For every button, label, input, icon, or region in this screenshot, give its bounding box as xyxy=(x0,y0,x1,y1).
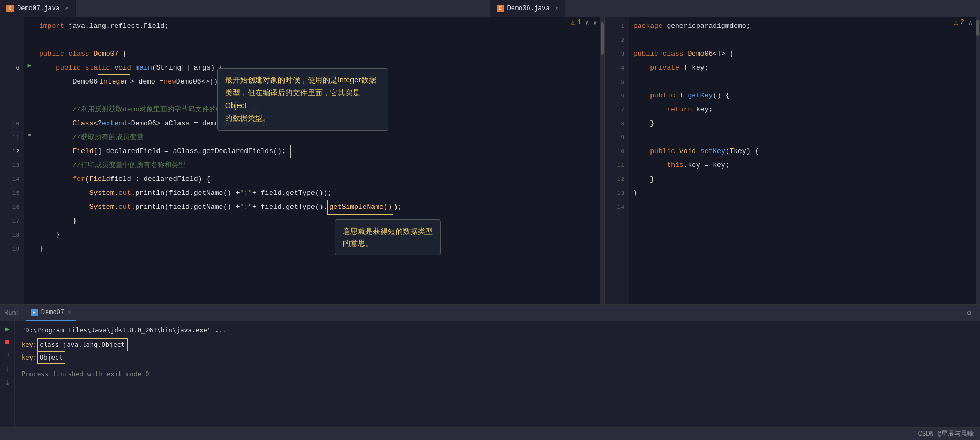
code-line-cmt2: //获取所有的成员变量 xyxy=(39,131,596,145)
console-line-command: "D:\Program Files\Java\jdk1.8.0_261\bin\… xyxy=(21,324,974,336)
console-controls: ▶ ■ ↺ ↓ ⤓ xyxy=(0,321,15,427)
left-warning-count: 1 xyxy=(577,19,581,26)
annotation-bubble-1: 最开始创建对象的时候，使用的是Integer数据 类型，但在编译后的文件里面，它… xyxy=(217,68,388,131)
console-output: "D:\Program Files\Java\jdk1.8.0_261\bin\… xyxy=(15,321,980,427)
left-editor-pane: ⚠ 1 ∧ ∨ 6 10 11 12 13 14 xyxy=(0,17,605,304)
right-line-getkey: public T getKey() { xyxy=(633,89,971,103)
watermark: CSDN @星辰与晨曦 xyxy=(918,429,974,438)
tab-demo06[interactable]: C Demo06.java × xyxy=(490,0,566,17)
tab-demo07-label: Demo07.java xyxy=(17,5,59,12)
command-text: "D:\Program Files\Java\jdk1.8.0_261\bin\… xyxy=(21,324,227,336)
console-line-output1: key:class java.lang.Object xyxy=(21,338,974,351)
java-file-icon-left: C xyxy=(6,5,14,12)
editor-area: ⚠ 1 ∧ ∨ 6 10 11 12 13 14 xyxy=(0,17,980,304)
left-nav-arrows[interactable]: ∧ ∨ xyxy=(585,19,597,27)
left-warning-bar: ⚠ 1 ∧ ∨ xyxy=(567,17,600,28)
right-code-content[interactable]: package genericparadigmdemo; public clas… xyxy=(629,17,976,304)
left-warning-icon: ⚠ xyxy=(571,18,575,27)
code-line-println2: System.out.println(field.getName() + ":"… xyxy=(39,200,596,214)
left-code-editor: 6 10 11 12 13 14 15 16 17 18 19 xyxy=(0,17,604,304)
right-line-return: return key; xyxy=(633,103,971,117)
console-line-exit: Process finished with exit code 0 xyxy=(21,368,974,380)
right-line-field: private T key; xyxy=(633,61,971,75)
code-line-field: Field[] declaredField = aClass.getDeclar… xyxy=(39,145,596,158)
console-panel: Run: ▶ Demo07 × ⚙ ▶ ■ ↺ ↓ ⤓ "D:\Program … xyxy=(0,304,980,427)
console-tab-icon: ▶ xyxy=(31,309,38,316)
console-header: Run: ▶ Demo07 × ⚙ xyxy=(0,305,980,321)
app-window: C Demo07.java × C Demo06.java × ⚠ 1 ∧ ∨ xyxy=(0,0,980,440)
right-scrollbar[interactable] xyxy=(976,17,980,304)
java-file-icon-right: C xyxy=(497,5,504,12)
right-line-numbers: 1 2 3 4 5 6 7 8 9 10 11 12 13 14 xyxy=(605,17,629,304)
left-code-content[interactable]: import java.lang.reflect.Field; public c… xyxy=(35,17,600,304)
left-gutter: ▶ ◆ xyxy=(24,17,35,304)
code-line-class: public class Demo07 { xyxy=(39,47,596,61)
run-label: Run: xyxy=(4,309,20,317)
code-line-for: for (Field field : declaredField) { xyxy=(39,172,596,186)
right-line-class: public class Demo06<T> { xyxy=(633,47,971,61)
bookmark-icon-1: ◆ xyxy=(28,128,31,142)
right-nav-arrows[interactable]: ∧ xyxy=(969,19,972,27)
right-warning-bar: ⚠ 2 ∧ xyxy=(951,17,976,28)
console-tab-label: Demo07 xyxy=(41,309,64,316)
run-icon: ▶ xyxy=(27,59,31,73)
scroll-end-button[interactable]: ⤓ xyxy=(4,378,11,387)
output-key-label-2: key: xyxy=(21,352,37,363)
exit-message: Process finished with exit code 0 xyxy=(21,368,149,380)
code-line-println1: System.out.println(field.getName() + ":"… xyxy=(39,186,596,200)
tab-demo07[interactable]: C Demo07.java × xyxy=(0,0,76,17)
right-code-editor: 1 2 3 4 5 6 7 8 9 10 11 12 13 14 xyxy=(605,17,980,304)
output-value-2: Object xyxy=(37,351,65,364)
output-key-label-1: key: xyxy=(21,339,37,351)
console-line-output2: key:Object xyxy=(21,351,974,364)
status-text xyxy=(6,430,10,437)
status-bar: CSDN @星辰与晨曦 xyxy=(0,427,980,440)
left-scrollbar[interactable] xyxy=(600,17,604,304)
console-tab-close[interactable]: × xyxy=(68,309,71,316)
left-line-numbers: 6 10 11 12 13 14 15 16 17 18 19 xyxy=(0,17,24,304)
code-line-cmt3: //打印成员变量中的所有名称和类型 xyxy=(39,158,596,172)
right-editor-pane: ⚠ 2 ∧ 1 2 3 4 5 6 7 8 9 10 11 1 xyxy=(605,17,980,304)
right-line-package: package genericparadigmdemo; xyxy=(633,19,971,33)
output-value-1: class java.lang.Object xyxy=(37,338,128,351)
tab-demo07-close[interactable]: × xyxy=(65,5,69,12)
tab-demo06-label: Demo06.java xyxy=(507,5,550,12)
console-body: ▶ ■ ↺ ↓ ⤓ "D:\Program Files\Java\jdk1.8.… xyxy=(0,321,980,427)
restart-button[interactable]: ↺ xyxy=(5,351,9,359)
play-button[interactable]: ▶ xyxy=(5,324,9,333)
right-line-setkey2: this.key = key; xyxy=(633,158,971,172)
right-warning-icon: ⚠ xyxy=(954,18,959,27)
right-warning-count: 2 xyxy=(961,19,964,26)
code-line-import: import java.lang.reflect.Field; xyxy=(39,19,596,33)
down-button[interactable]: ↓ xyxy=(5,365,9,374)
right-line-setkey: public void setKey(T key) { xyxy=(633,145,971,158)
stop-button[interactable]: ■ xyxy=(5,338,9,346)
console-gear-icon[interactable]: ⚙ xyxy=(967,308,976,317)
tab-bar: C Demo07.java × C Demo06.java × xyxy=(0,0,980,17)
annotation-bubble-2: 意思就是获得短的数据类型 的意思。 xyxy=(335,219,441,255)
tab-demo06-close[interactable]: × xyxy=(555,5,559,12)
console-tab-demo07[interactable]: ▶ Demo07 × xyxy=(26,305,76,321)
